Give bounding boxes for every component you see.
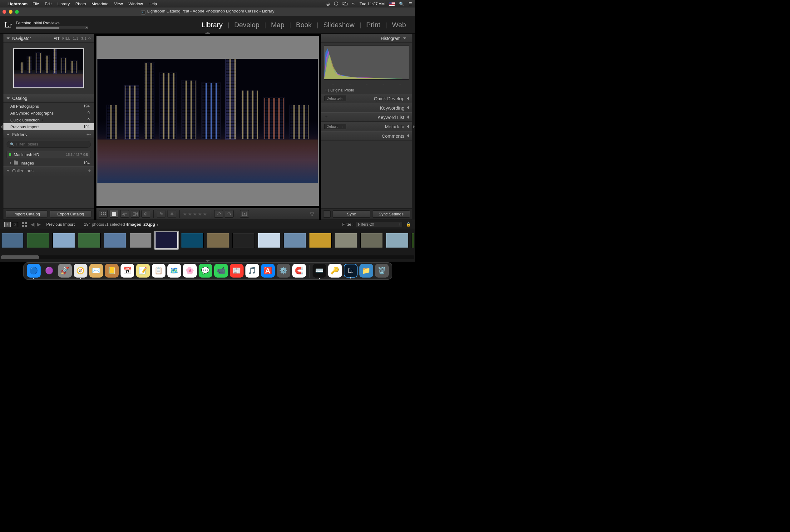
main-window-button[interactable]: 1: [4, 222, 11, 227]
dock-maps-icon[interactable]: 🗺️: [167, 264, 181, 278]
filmstrip-thumb[interactable]: [309, 233, 332, 248]
catalog-row-all[interactable]: All Photographs194: [3, 103, 94, 110]
dock-mail-icon[interactable]: ✉️: [89, 264, 103, 278]
grid-shortcut-icon[interactable]: [22, 222, 27, 227]
dock-reminders-icon[interactable]: 📋: [152, 264, 166, 278]
module-book[interactable]: Book: [291, 21, 317, 29]
catalog-row-previous-import[interactable]: Previous Import194: [3, 123, 94, 130]
dock-trash-icon[interactable]: 🗑️: [375, 264, 389, 278]
folders-header[interactable]: Folders +▾: [3, 130, 94, 139]
nav-forward-button[interactable]: ▶: [37, 221, 41, 227]
dock-news-icon[interactable]: 📰: [230, 264, 244, 278]
filmstrip-thumb[interactable]: [181, 233, 204, 248]
rotate-ccw-button[interactable]: ↶: [214, 210, 223, 217]
compare-view-button[interactable]: X|Y: [120, 210, 129, 217]
menu-window[interactable]: Window: [129, 2, 143, 6]
filmstrip-thumb[interactable]: [284, 233, 306, 248]
filmstrip-thumb[interactable]: [258, 233, 280, 248]
app-menu[interactable]: Lightroom: [7, 2, 27, 6]
right-panel-toggle[interactable]: [412, 34, 415, 220]
quick-develop-preset-select[interactable]: Defaults�⋮: [324, 96, 346, 101]
histogram-header[interactable]: Histogram: [321, 34, 412, 43]
catalog-row-synced[interactable]: All Synced Photographs0: [3, 110, 94, 116]
module-develop[interactable]: Develop: [229, 21, 264, 29]
clock[interactable]: Tue 11:37 AM: [360, 2, 385, 6]
second-window-button[interactable]: 2: [12, 222, 18, 227]
rating-stars[interactable]: ★★★★★: [183, 211, 208, 217]
menu-photo[interactable]: Photo: [75, 2, 86, 6]
breadcrumb-source[interactable]: Previous Import: [46, 222, 75, 227]
dock-photos-icon[interactable]: 🌸: [183, 264, 197, 278]
metadata-header[interactable]: Default⋮ Metadata: [321, 122, 412, 131]
dock-downloads-icon[interactable]: 📁: [359, 264, 373, 278]
filmstrip-thumb[interactable]: [78, 233, 100, 248]
export-catalog-button[interactable]: Export Catalog: [50, 210, 92, 217]
dock-facetime-icon[interactable]: 📹: [214, 264, 228, 278]
menu-help[interactable]: Help: [149, 2, 157, 6]
dock-messages-icon[interactable]: 💬: [199, 264, 212, 278]
folder-row[interactable]: Images194: [3, 159, 94, 166]
window-zoom-button[interactable]: [15, 10, 19, 14]
dock-notes-icon[interactable]: 📝: [136, 264, 150, 278]
keywording-header[interactable]: Keywording: [321, 103, 412, 112]
filmstrip-thumb[interactable]: [129, 233, 152, 248]
toolbar-menu-button[interactable]: ▽: [307, 210, 316, 217]
filmstrip-thumb[interactable]: [53, 233, 75, 248]
metadata-preset-select[interactable]: Default⋮: [324, 124, 346, 129]
rotate-cw-button[interactable]: ↷: [225, 210, 233, 217]
collections-header[interactable]: Collections +: [3, 166, 94, 175]
dock-terminal-icon[interactable]: ⌨️: [313, 264, 326, 278]
add-keyword-icon[interactable]: +: [324, 114, 330, 120]
catalog-header[interactable]: Catalog: [3, 94, 94, 103]
grid-view-button[interactable]: [99, 210, 108, 217]
folder-filter-input[interactable]: 🔍Filter Folders: [6, 141, 91, 148]
navigator-preview[interactable]: [3, 43, 94, 94]
add-collection-icon[interactable]: +: [88, 168, 91, 174]
filter-preset-select[interactable]: Filters Off⋮: [356, 222, 403, 227]
filmstrip-thumb[interactable]: [335, 233, 357, 248]
module-library[interactable]: Library: [196, 21, 227, 29]
sync-toggle-button[interactable]: [323, 210, 331, 217]
module-slideshow[interactable]: Slideshow: [318, 21, 359, 29]
navigator-zoom-options[interactable]: FIT FILL 1:1 3:1 ◇: [54, 37, 91, 41]
dock-calendar-icon[interactable]: 📅: [120, 264, 134, 278]
left-panel-toggle[interactable]: [0, 34, 3, 220]
cc-status-icon[interactable]: ◎: [326, 2, 330, 6]
tool-icon[interactable]: ↖: [352, 2, 355, 6]
module-web[interactable]: Web: [387, 21, 411, 29]
filmstrip-scrollbar[interactable]: [1, 255, 414, 259]
comments-header[interactable]: Comments: [321, 131, 412, 140]
progress-cancel-icon[interactable]: ✕: [84, 26, 88, 30]
menu-library[interactable]: Library: [57, 2, 70, 6]
survey-view-button[interactable]: [131, 210, 139, 217]
module-print[interactable]: Print: [361, 21, 385, 29]
filmstrip-thumb[interactable]: [155, 232, 178, 248]
original-photo-toggle[interactable]: Original Photo: [321, 87, 412, 94]
navigator-header[interactable]: Navigator FIT FILL 1:1 3:1 ◇: [3, 34, 94, 43]
dock-launchpad-icon[interactable]: 🚀: [58, 264, 72, 278]
import-catalog-button[interactable]: Import Catalog: [6, 210, 48, 217]
top-panel-toggle-icon[interactable]: [205, 32, 210, 34]
dock-lightroom-icon[interactable]: Lr: [344, 264, 358, 278]
window-close-button[interactable]: [2, 10, 6, 14]
displays-icon[interactable]: [342, 2, 347, 6]
image-canvas[interactable]: [96, 36, 319, 206]
status-icon[interactable]: ⓘ: [334, 1, 338, 6]
quick-develop-header[interactable]: Defaults�⋮ Quick Develop: [321, 94, 412, 103]
dock-music-icon[interactable]: 🎵: [245, 264, 259, 278]
module-map[interactable]: Map: [266, 21, 289, 29]
histogram-display[interactable]: [324, 45, 409, 80]
volume-row[interactable]: Macintosh HD15.3 / 42.7 GB: [6, 151, 91, 158]
input-flag-icon[interactable]: [389, 2, 395, 6]
filmstrip-thumb[interactable]: [207, 233, 229, 248]
sync-button[interactable]: Sync: [333, 210, 370, 217]
control-center-icon[interactable]: ☰: [409, 2, 412, 6]
nav-back-button[interactable]: ◀: [31, 221, 34, 227]
dock-safari-icon[interactable]: 🧭: [74, 264, 88, 278]
filmstrip-thumbs[interactable]: [1, 231, 414, 254]
dock-siri-icon[interactable]: 🟣: [42, 264, 56, 278]
disclosure-icon[interactable]: [10, 162, 11, 164]
filmstrip-thumb[interactable]: [104, 233, 126, 248]
keyword-list-header[interactable]: + Keyword List: [321, 112, 412, 122]
filmstrip-thumb[interactable]: [27, 233, 49, 248]
